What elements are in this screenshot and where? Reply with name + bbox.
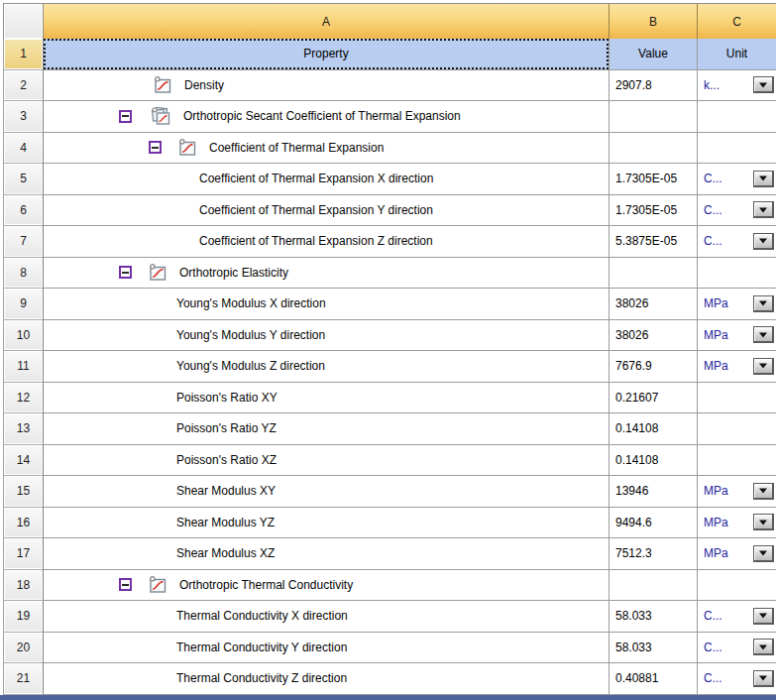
property-cell[interactable]: Shear Modulus XZ xyxy=(44,538,610,570)
unit-dropdown-button[interactable] xyxy=(753,295,774,312)
unit-dropdown-button[interactable] xyxy=(753,483,774,500)
unit-cell[interactable] xyxy=(698,445,776,477)
unit-cell[interactable] xyxy=(698,133,776,165)
row-number[interactable]: 8 xyxy=(3,258,44,290)
value-cell[interactable]: 1.7305E-05 xyxy=(610,164,698,195)
row-number[interactable]: 6 xyxy=(3,195,44,227)
unit-dropdown-button[interactable] xyxy=(753,545,774,562)
unit-cell[interactable] xyxy=(698,101,776,133)
value-cell[interactable]: 1.7305E-05 xyxy=(610,195,698,227)
property-cell[interactable]: Poisson's Ratio YZ xyxy=(44,413,610,445)
unit-cell[interactable]: MPa xyxy=(698,351,776,383)
unit-cell[interactable] xyxy=(698,413,776,445)
property-cell[interactable]: Young's Modulus Y direction xyxy=(44,320,610,352)
property-cell[interactable]: Thermal Conductivity Z direction xyxy=(44,663,610,695)
unit-header-cell[interactable]: Unit xyxy=(698,39,776,70)
property-cell[interactable]: Coefficient of Thermal Expansion Z direc… xyxy=(44,226,610,258)
property-cell[interactable]: Poisson's Ratio XZ xyxy=(44,445,610,477)
value-cell[interactable]: 0.40881 xyxy=(610,663,698,695)
row-number[interactable]: 13 xyxy=(3,413,44,445)
value-cell[interactable]: 0.21607 xyxy=(610,383,698,414)
column-header-a[interactable]: A xyxy=(44,3,610,39)
row-number[interactable]: 19 xyxy=(3,601,44,633)
property-cell[interactable]: Coefficient of Thermal Expansion xyxy=(44,133,610,165)
unit-cell[interactable]: MPa xyxy=(698,538,776,570)
value-cell[interactable]: 5.3875E-05 xyxy=(610,226,698,258)
property-cell[interactable]: Orthotropic Elasticity xyxy=(44,258,610,290)
row-number[interactable]: 17 xyxy=(3,538,44,570)
unit-cell[interactable]: MPa xyxy=(698,320,776,352)
value-cell[interactable]: 0.14108 xyxy=(610,413,698,445)
property-cell[interactable]: Orthotropic Thermal Conductivity xyxy=(44,570,610,602)
value-cell[interactable] xyxy=(610,101,698,133)
column-header-b[interactable]: B xyxy=(610,3,698,39)
row-number[interactable]: 2 xyxy=(3,70,44,102)
row-number[interactable]: 3 xyxy=(3,101,44,133)
column-header-c[interactable]: C xyxy=(698,3,776,39)
unit-dropdown-button[interactable] xyxy=(753,233,774,250)
row-number[interactable]: 10 xyxy=(3,320,44,352)
property-cell[interactable]: Poisson's Ratio XY xyxy=(44,383,610,414)
unit-cell[interactable]: k... xyxy=(698,70,776,102)
unit-cell[interactable]: C... xyxy=(698,663,776,695)
row-number[interactable]: 4 xyxy=(3,133,44,165)
property-cell[interactable]: Young's Modulus X direction xyxy=(44,289,610,320)
value-cell[interactable] xyxy=(610,133,698,165)
value-cell[interactable]: 58.033 xyxy=(610,633,698,664)
unit-dropdown-button[interactable] xyxy=(753,670,774,687)
collapse-minus-icon[interactable] xyxy=(119,110,132,123)
collapse-minus-icon[interactable] xyxy=(119,578,132,591)
unit-cell[interactable]: C... xyxy=(698,601,776,633)
property-cell[interactable]: Shear Modulus XY xyxy=(44,476,610,508)
unit-dropdown-button[interactable] xyxy=(753,608,774,625)
row-number[interactable]: 12 xyxy=(3,383,44,414)
property-cell[interactable]: Coefficient of Thermal Expansion X direc… xyxy=(44,164,610,195)
value-cell[interactable] xyxy=(610,570,698,602)
property-cell[interactable]: Orthotropic Secant Coefficient of Therma… xyxy=(44,101,610,133)
row-number[interactable]: 16 xyxy=(3,508,44,539)
value-cell[interactable]: 7676.9 xyxy=(610,351,698,383)
value-cell[interactable]: 0.14108 xyxy=(610,445,698,477)
unit-cell[interactable] xyxy=(698,258,776,290)
property-cell[interactable]: Shear Modulus YZ xyxy=(44,508,610,539)
unit-cell[interactable]: MPa xyxy=(698,508,776,539)
row-number[interactable]: 15 xyxy=(3,476,44,508)
property-cell[interactable]: Coefficient of Thermal Expansion Y direc… xyxy=(44,195,610,227)
value-cell[interactable]: 38026 xyxy=(610,289,698,320)
unit-cell[interactable]: C... xyxy=(698,164,776,195)
unit-cell[interactable]: C... xyxy=(698,195,776,227)
unit-dropdown-button[interactable] xyxy=(753,514,774,530)
unit-dropdown-button[interactable] xyxy=(753,326,774,343)
row-number[interactable]: 14 xyxy=(3,445,44,477)
unit-cell[interactable] xyxy=(698,383,776,414)
corner-select-all-cell[interactable] xyxy=(3,3,44,39)
unit-cell[interactable]: C... xyxy=(698,633,776,664)
row-number[interactable]: 20 xyxy=(3,633,44,664)
unit-cell[interactable] xyxy=(698,570,776,602)
value-cell[interactable] xyxy=(610,258,698,290)
collapse-minus-icon[interactable] xyxy=(149,141,162,154)
row-number[interactable]: 9 xyxy=(3,289,44,320)
unit-dropdown-button[interactable] xyxy=(753,358,774,375)
unit-dropdown-button[interactable] xyxy=(753,639,774,655)
property-cell[interactable]: Density xyxy=(44,70,610,102)
unit-dropdown-button[interactable] xyxy=(753,171,774,187)
collapse-minus-icon[interactable] xyxy=(119,266,132,279)
unit-dropdown-button[interactable] xyxy=(753,76,774,93)
row-number[interactable]: 18 xyxy=(3,570,44,602)
value-cell[interactable]: 58.033 xyxy=(610,601,698,633)
value-cell[interactable]: 13946 xyxy=(610,476,698,508)
unit-cell[interactable]: C... xyxy=(698,226,776,258)
value-cell[interactable]: 38026 xyxy=(610,320,698,352)
row-number[interactable]: 7 xyxy=(3,226,44,258)
value-cell[interactable]: 2907.8 xyxy=(610,70,698,102)
property-cell[interactable]: Thermal Conductivity X direction xyxy=(44,601,610,633)
row-number[interactable]: 21 xyxy=(3,663,44,695)
property-header-cell[interactable]: Property xyxy=(44,39,610,70)
unit-dropdown-button[interactable] xyxy=(753,201,774,218)
property-cell[interactable]: Young's Modulus Z direction xyxy=(44,351,610,383)
value-cell[interactable]: 7512.3 xyxy=(610,538,698,570)
unit-cell[interactable]: MPa xyxy=(698,476,776,508)
unit-cell[interactable]: MPa xyxy=(698,289,776,320)
row-number[interactable]: 5 xyxy=(3,164,44,195)
